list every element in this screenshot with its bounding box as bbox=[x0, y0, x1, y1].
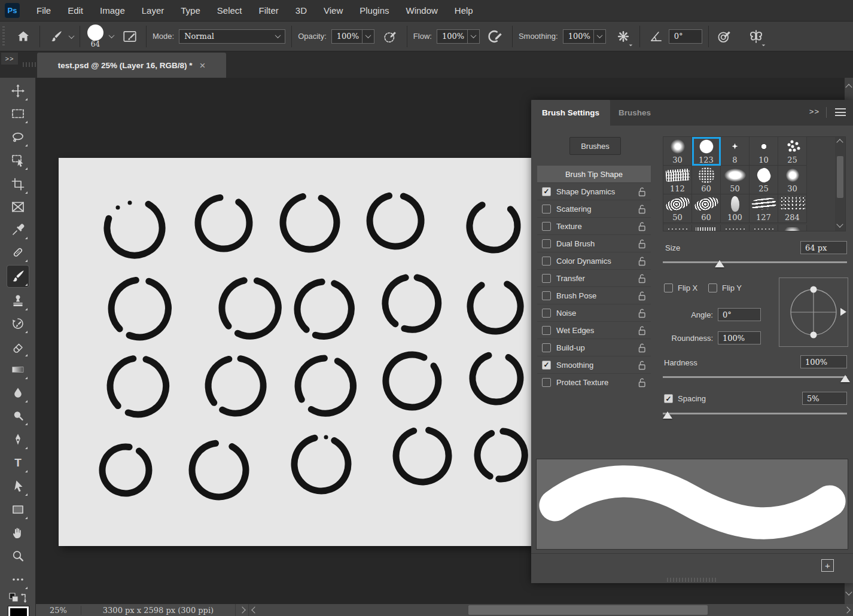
brush-preset[interactable] bbox=[778, 225, 807, 231]
brush-preset[interactable]: 100 bbox=[721, 194, 750, 223]
brush-preset[interactable]: 112 bbox=[663, 166, 692, 194]
zoom-tool[interactable] bbox=[7, 545, 29, 567]
brush-setting-row[interactable]: Texture bbox=[537, 217, 651, 234]
chevron-down-icon[interactable] bbox=[109, 32, 115, 38]
brush-preset[interactable]: 25 bbox=[750, 166, 778, 194]
brush-setting-row[interactable]: Wet Edges bbox=[537, 321, 651, 339]
angle-input[interactable]: 0° bbox=[718, 308, 761, 321]
eyedropper-tool[interactable] bbox=[7, 219, 29, 240]
menu-item[interactable]: Help bbox=[446, 0, 482, 22]
unlock-icon[interactable] bbox=[638, 377, 646, 388]
edit-toolbar-button[interactable] bbox=[7, 569, 29, 590]
symmetry-button[interactable] bbox=[746, 26, 766, 47]
brush-preset-picker[interactable]: 64 bbox=[87, 25, 103, 48]
brush-setting-row[interactable]: Build-up bbox=[537, 339, 651, 356]
collapse-toolbar-button[interactable]: >> bbox=[1, 53, 18, 65]
history-brush-tool[interactable] bbox=[7, 313, 29, 334]
unlock-icon[interactable] bbox=[638, 291, 646, 301]
brush-preset[interactable]: 123 bbox=[692, 137, 721, 166]
brush-preset[interactable]: 30 bbox=[663, 137, 692, 166]
unlock-icon[interactable] bbox=[638, 308, 646, 318]
scroll-down-icon[interactable] bbox=[836, 221, 843, 227]
brush-setting-row[interactable]: Brush Pose bbox=[537, 286, 651, 304]
setting-checkbox[interactable] bbox=[542, 378, 551, 387]
scroll-left-icon[interactable] bbox=[251, 606, 258, 613]
healing-brush-tool[interactable] bbox=[7, 242, 29, 263]
hardness-slider[interactable] bbox=[663, 376, 847, 378]
menu-item[interactable]: File bbox=[28, 0, 59, 22]
document-tab[interactable]: test.psd @ 25% (Layer 16, RGB/8) * × bbox=[37, 53, 226, 78]
brush-setting-row[interactable]: Transfer bbox=[537, 269, 651, 286]
frame-tool[interactable] bbox=[7, 196, 29, 218]
brush-preset[interactable]: 30 bbox=[778, 166, 807, 194]
pressure-size-button[interactable] bbox=[715, 26, 735, 47]
scrollbar-thumb[interactable] bbox=[837, 156, 843, 198]
size-input[interactable]: 64 px bbox=[800, 241, 847, 254]
hardness-slider-thumb[interactable] bbox=[840, 375, 850, 382]
scroll-down-icon[interactable] bbox=[845, 588, 852, 595]
unlock-icon[interactable] bbox=[638, 239, 646, 249]
brush-tip-shape-item[interactable]: Brush Tip Shape bbox=[537, 166, 651, 182]
foreground-color-swatch[interactable] bbox=[8, 606, 29, 616]
flip-y-checkbox[interactable] bbox=[708, 283, 717, 292]
preset-grid-scrollbar[interactable] bbox=[835, 137, 845, 231]
setting-checkbox[interactable] bbox=[542, 205, 551, 214]
menu-item[interactable]: Image bbox=[92, 0, 133, 22]
spacing-slider-thumb[interactable] bbox=[663, 411, 672, 419]
brush-preset[interactable] bbox=[692, 225, 721, 231]
flip-y-option[interactable]: Flip Y bbox=[708, 283, 742, 292]
collapse-panel-button[interactable]: >> bbox=[809, 107, 820, 116]
panel-menu-icon[interactable] bbox=[835, 108, 846, 116]
brush-preset[interactable]: 8 bbox=[721, 137, 750, 166]
brush-preset[interactable]: 284 bbox=[778, 194, 807, 223]
setting-checkbox[interactable] bbox=[542, 274, 551, 283]
brush-setting-row[interactable]: Scattering bbox=[537, 200, 651, 217]
blur-tool[interactable] bbox=[7, 382, 29, 404]
pressure-opacity-button[interactable] bbox=[380, 26, 401, 47]
mode-select[interactable]: Normal bbox=[179, 29, 285, 44]
brush-preset[interactable]: 60 bbox=[692, 166, 721, 194]
brush-preset[interactable]: 127 bbox=[750, 194, 778, 223]
menu-item[interactable]: Filter bbox=[251, 0, 287, 22]
brush-setting-row[interactable]: Dual Brush bbox=[537, 234, 651, 252]
panel-resize-grip[interactable] bbox=[667, 578, 717, 582]
home-button[interactable] bbox=[13, 26, 33, 47]
scroll-up-icon[interactable] bbox=[836, 139, 843, 145]
object-selection-tool[interactable] bbox=[7, 150, 29, 171]
unlock-icon[interactable] bbox=[638, 187, 646, 197]
setting-checkbox[interactable] bbox=[542, 239, 551, 248]
unlock-icon[interactable] bbox=[638, 360, 646, 370]
brush-setting-row[interactable]: Smoothing bbox=[537, 356, 651, 373]
lasso-tool[interactable] bbox=[7, 126, 29, 148]
rectangle-tool[interactable] bbox=[7, 499, 29, 520]
type-tool[interactable]: T bbox=[7, 452, 29, 474]
setting-checkbox[interactable] bbox=[542, 326, 551, 335]
flip-x-checkbox[interactable] bbox=[664, 283, 673, 292]
brush-preset[interactable]: 10 bbox=[750, 137, 778, 166]
airbrush-button[interactable] bbox=[486, 26, 506, 47]
setting-checkbox[interactable] bbox=[542, 361, 551, 370]
flip-x-option[interactable]: Flip X bbox=[664, 283, 697, 292]
crop-tool[interactable] bbox=[7, 173, 29, 195]
hand-tool[interactable] bbox=[7, 522, 29, 544]
status-options-button[interactable] bbox=[235, 604, 248, 616]
brush-preset[interactable]: 50 bbox=[721, 166, 750, 194]
brush-setting-row[interactable]: Shape Dynamics bbox=[537, 182, 651, 200]
spacing-input[interactable]: 5% bbox=[802, 392, 847, 405]
menu-item[interactable]: View bbox=[315, 0, 351, 22]
brush-tool[interactable] bbox=[7, 266, 29, 287]
menu-item[interactable]: Plugins bbox=[351, 0, 397, 22]
tab-brushes[interactable]: Brushes bbox=[608, 100, 662, 126]
setting-checkbox[interactable] bbox=[542, 257, 551, 266]
setting-checkbox[interactable] bbox=[542, 291, 551, 300]
eraser-tool[interactable] bbox=[7, 336, 29, 358]
path-selection-tool[interactable] bbox=[7, 475, 29, 497]
horizontal-scrollbar[interactable] bbox=[248, 604, 853, 616]
zoom-level-field[interactable]: 25% bbox=[36, 606, 81, 615]
size-slider-thumb[interactable] bbox=[715, 260, 724, 267]
unlock-icon[interactable] bbox=[638, 273, 646, 283]
smoothing-options-button[interactable] bbox=[613, 26, 633, 47]
flow-input[interactable]: 100% bbox=[437, 29, 468, 44]
brush-preset[interactable] bbox=[663, 225, 692, 231]
unlock-icon[interactable] bbox=[638, 256, 646, 266]
